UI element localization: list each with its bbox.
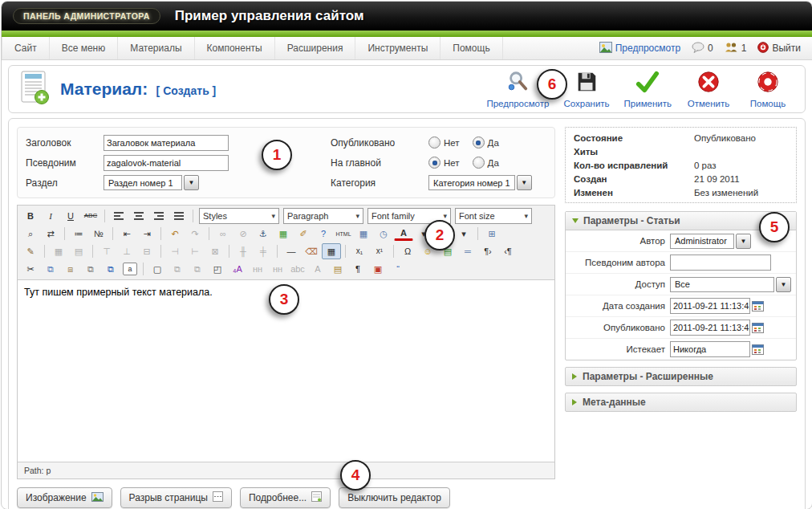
cleanup-icon[interactable]: ✐	[294, 226, 313, 242]
strikethrough-icon[interactable]: ABC	[81, 208, 100, 224]
align-center-icon[interactable]	[129, 208, 148, 224]
button-label: Отменить	[688, 99, 730, 108]
anchor-icon[interactable]: ⚓	[254, 226, 273, 242]
alias-input[interactable]	[104, 155, 229, 171]
image-button[interactable]: Изображение	[17, 487, 112, 508]
unlink-icon: ⊘	[233, 226, 253, 242]
insert-date-icon[interactable]: ▦	[354, 226, 373, 242]
access-select[interactable]: Все▼	[670, 277, 791, 292]
advanced-hr-icon[interactable]: ═	[458, 243, 477, 259]
align-left-icon[interactable]	[109, 208, 128, 224]
pagebreak-button[interactable]: Разрыв страницы	[120, 487, 232, 508]
blockquote-icon[interactable]: “	[388, 261, 408, 277]
outdent-icon[interactable]: ⇤	[117, 226, 136, 242]
bold-icon[interactable]: B	[21, 208, 40, 224]
publish-date-input[interactable]: 2011-09-21 11:13:42	[670, 320, 750, 336]
charmap-icon[interactable]: Ω	[398, 243, 417, 259]
paste-icon[interactable]: ⧈	[61, 261, 80, 277]
remove-format-icon[interactable]: ⌫	[302, 243, 321, 259]
align-justify-icon[interactable]	[169, 208, 189, 224]
main-card: Заголовок Псевдоним Раздел Раздел номер …	[8, 118, 806, 509]
params-advanced-panel-header[interactable]: Параметры - Расширенные	[565, 367, 797, 386]
editor-select-font-size[interactable]: Font size▾	[455, 208, 532, 224]
background-color-menu-icon[interactable]: ▾	[454, 226, 473, 242]
menu-item-content[interactable]: Материалы	[118, 37, 194, 59]
logout-button[interactable]: Выйти	[757, 42, 801, 55]
insert-time-icon[interactable]: ◷	[374, 226, 393, 242]
apply-button[interactable]: Применить	[624, 70, 672, 108]
insert-row-before-icon: ⊤	[97, 243, 116, 259]
messages-indicator[interactable]: 0	[692, 42, 713, 55]
rtl-icon[interactable]: ‹¶	[498, 243, 518, 259]
readmore-button[interactable]: Подробнее...	[240, 487, 331, 508]
text-color-icon[interactable]: A	[394, 226, 413, 241]
section-select[interactable]: Раздел номер 1 ▼	[104, 175, 199, 190]
subscript-icon[interactable]: x₁	[350, 243, 369, 259]
image-icon[interactable]: ▦	[274, 226, 293, 242]
author-alias-input[interactable]	[670, 254, 771, 271]
insert-layer-icon[interactable]: ◰	[208, 261, 227, 277]
preview-link[interactable]: Предпросмотр	[599, 42, 680, 55]
editor-help-icon[interactable]: ?	[314, 226, 333, 242]
frontpage-no-radio[interactable]	[428, 157, 441, 169]
editor-select-paragraph[interactable]: Paragraph▾	[283, 208, 363, 224]
users-indicator[interactable]: 1	[725, 42, 747, 55]
fullscreen-icon[interactable]: ⊞	[482, 226, 501, 242]
author-select[interactable]: Administrator▼	[670, 234, 751, 249]
paste-from-word-icon[interactable]: ⧉	[101, 261, 120, 277]
ltr-icon[interactable]: ¶›	[478, 243, 497, 259]
menu-item-all-menus[interactable]: Все меню	[50, 37, 119, 59]
html-source-icon[interactable]: HTML	[334, 226, 353, 242]
template-icon[interactable]: ▣	[368, 261, 388, 277]
calendar-icon[interactable]	[752, 344, 764, 355]
attributes-icon[interactable]: ▤	[328, 261, 347, 277]
select-all-icon[interactable]: a	[123, 263, 137, 275]
frontpage-yes-radio[interactable]	[473, 157, 485, 169]
published-yes-radio[interactable]	[473, 136, 485, 149]
menu-item-tools[interactable]: Инструменты	[355, 37, 441, 59]
indent-icon[interactable]: ⇥	[137, 226, 156, 242]
editor-select-styles[interactable]: Styles▾	[199, 208, 279, 224]
expire-date-input[interactable]: Никогда	[670, 341, 750, 357]
menu-item-help[interactable]: Помощь	[441, 37, 502, 59]
menu-item-extensions[interactable]: Расширения	[275, 37, 356, 59]
align-right-icon[interactable]	[149, 208, 168, 224]
bullet-list-icon[interactable]: ≔	[69, 226, 88, 242]
undo-icon[interactable]: ↶	[165, 226, 185, 242]
paste-as-text-icon[interactable]: ⧉	[81, 261, 100, 277]
numbered-list-icon[interactable]: №	[89, 226, 108, 242]
toggle-guidelines-icon[interactable]: ▢	[148, 261, 167, 277]
find-icon[interactable]: ⌕	[21, 226, 40, 242]
cancel-button[interactable]: Отменить	[686, 70, 731, 108]
cut-icon[interactable]: ✂	[21, 261, 40, 277]
help-button[interactable]: Помощь	[745, 70, 790, 108]
copy-icon[interactable]: ⧉	[41, 261, 60, 277]
category-select[interactable]: Категория номер 1 ▼	[428, 175, 532, 190]
button-label: Разрыв страницы	[129, 492, 208, 503]
visual-aid-icon[interactable]: ▦	[322, 243, 341, 259]
redo-icon: ↷	[185, 226, 205, 242]
created-date-input[interactable]: 2011-09-21 11:13:42	[670, 298, 750, 314]
title-input[interactable]	[104, 135, 229, 151]
menu-item-site[interactable]: Сайт	[2, 37, 50, 59]
calendar-icon[interactable]	[752, 322, 764, 333]
category-label: Категория	[331, 177, 428, 189]
underline-icon[interactable]: U	[61, 208, 80, 224]
metadata-panel-header[interactable]: Мета-данные	[565, 393, 797, 412]
published-no-radio[interactable]	[428, 136, 441, 149]
horizontal-rule-icon[interactable]: ―	[282, 243, 301, 259]
article-info-panel: СостояниеОпубликованоХитыКол-во исправле…	[565, 127, 797, 203]
save-button[interactable]: Сохранить	[563, 70, 609, 108]
section-label: Раздел	[26, 177, 104, 189]
italic-icon[interactable]: I	[41, 208, 60, 224]
find-replace-icon[interactable]: ⇄	[41, 226, 60, 242]
button-label: Помощь	[750, 99, 786, 108]
visual-chars-icon[interactable]: ¶	[348, 261, 367, 277]
check-icon	[635, 70, 660, 97]
calendar-icon[interactable]	[752, 300, 764, 312]
superscript-icon[interactable]: x¹	[370, 243, 389, 259]
menu-item-components[interactable]: Компоненты	[195, 37, 275, 59]
menu-bar: СайтВсе менюМатериалыКомпонентыРасширени…	[2, 37, 812, 60]
cite-element-icon[interactable]: ₄A	[228, 261, 247, 277]
style-props-icon[interactable]: ✎	[21, 243, 40, 259]
